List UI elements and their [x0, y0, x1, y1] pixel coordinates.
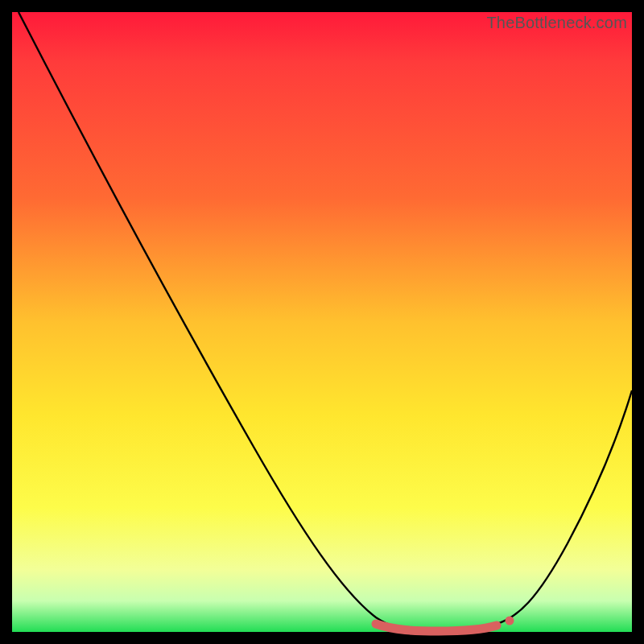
minimum-band: [376, 624, 497, 631]
chart-svg: [12, 12, 632, 632]
chart-frame: TheBottleneck.com: [12, 12, 632, 632]
watermark-text: TheBottleneck.com: [486, 14, 627, 32]
accent-dot: [506, 617, 514, 625]
bottleneck-curve: [19, 12, 632, 630]
